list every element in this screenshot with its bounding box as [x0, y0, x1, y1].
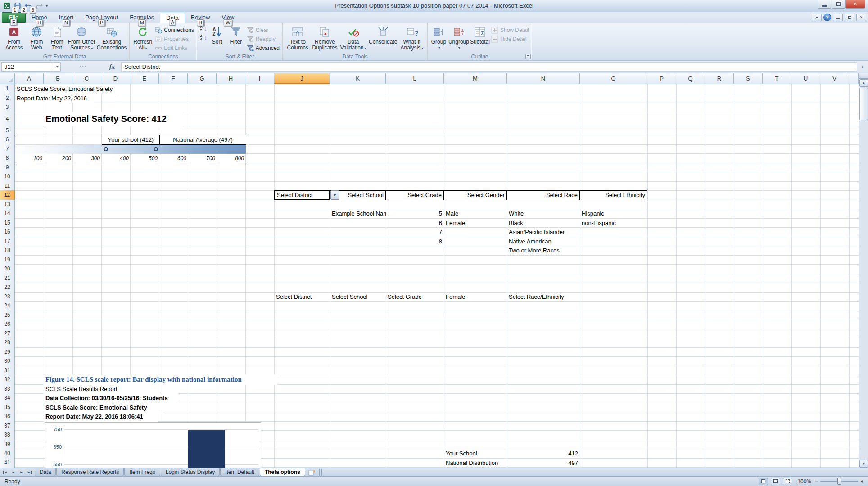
row-header-13[interactable]: 13	[0, 200, 15, 210]
row-header-11[interactable]: 11	[0, 181, 15, 191]
name-box-dropdown-icon[interactable]: ▾	[54, 63, 60, 71]
workbook-close-button[interactable]: ×	[856, 14, 866, 21]
sheet-tab-login-status-display[interactable]: Login Status Display	[161, 468, 220, 476]
row-header-19[interactable]: 19	[0, 255, 15, 265]
row-header-42[interactable]: 42	[0, 467, 15, 468]
insert-worksheet-button[interactable]: ✱	[306, 468, 317, 476]
page-break-view-button[interactable]	[783, 478, 792, 485]
cell-N40[interactable]: 412	[507, 449, 580, 459]
row-header-16[interactable]: 16	[0, 227, 15, 237]
cell-N14[interactable]: White	[507, 209, 580, 219]
row-header-36[interactable]: 36	[0, 412, 15, 422]
cell-N23[interactable]: Select Race/Ethnicity	[507, 292, 580, 302]
minimize-window-button[interactable]	[818, 0, 831, 9]
previous-sheet-button[interactable]: ◄	[9, 469, 17, 476]
row-header-2[interactable]: 2	[0, 94, 15, 104]
what-if-analysis-button[interactable]: ? What-If Analysis▾	[399, 24, 425, 51]
subtotal-button[interactable]: Σ Subtotal	[470, 24, 490, 45]
cell-N15[interactable]: Black	[507, 218, 580, 228]
cell-dropdown-button[interactable]: ▼	[330, 190, 339, 200]
data-validation-button[interactable]: Data Validation▾	[339, 24, 367, 51]
row-header-14[interactable]: 14	[0, 209, 15, 219]
sort-z-to-a-button[interactable]: ZA↓	[200, 34, 207, 41]
row-header-26[interactable]: 26	[0, 320, 15, 329]
cell-L16[interactable]: 7	[386, 227, 444, 237]
minimize-ribbon-button[interactable]	[812, 14, 822, 21]
column-header-L[interactable]: L	[386, 73, 444, 84]
column-header-K[interactable]: K	[330, 73, 386, 84]
name-box[interactable]: J12 ▾	[1, 62, 61, 72]
zoom-level-label[interactable]: 100%	[795, 478, 811, 485]
from-access-button[interactable]: A From Access	[2, 24, 26, 51]
row-header-17[interactable]: 17	[0, 237, 15, 247]
help-button[interactable]: ?	[823, 14, 831, 21]
tab-file[interactable]: File F	[2, 12, 26, 22]
row-header-9[interactable]: 9	[0, 163, 15, 173]
column-header-R[interactable]: R	[705, 73, 734, 84]
existing-connections-button[interactable]: Existing Connections	[96, 24, 127, 51]
properties-button[interactable]: Properties	[155, 35, 194, 43]
cell-M15[interactable]: Female	[444, 218, 507, 228]
row-header-18[interactable]: 18	[0, 246, 15, 256]
column-header-U[interactable]: U	[791, 73, 820, 84]
first-sheet-button[interactable]: ◄	[1, 469, 9, 476]
filter-button[interactable]: Filter	[226, 24, 245, 45]
workbook-minimize-button[interactable]	[833, 14, 843, 21]
from-web-button[interactable]: From Web	[27, 24, 46, 51]
zoom-in-button[interactable]: +	[860, 478, 864, 485]
row-header-6[interactable]: 6	[0, 135, 15, 145]
sheet-tab-theta-options[interactable]: Theta options	[260, 468, 305, 476]
cell-L15[interactable]: 6	[386, 218, 444, 228]
insert-function-button[interactable]: fx	[106, 63, 118, 71]
row-header-10[interactable]: 10	[0, 172, 15, 182]
page-layout-view-button[interactable]	[771, 478, 780, 485]
sheet-tab-data[interactable]: Data	[35, 468, 56, 476]
sheet-grid[interactable]: 750 650 550 SCLS Scale Score: Emotional …	[0, 73, 859, 468]
cell-N16[interactable]: Asian/Pacific Islander	[507, 227, 580, 237]
tab-home[interactable]: Home H	[26, 13, 53, 22]
tab-scroll-splitter[interactable]	[319, 469, 322, 476]
row-header-12[interactable]: 12	[0, 190, 15, 200]
reapply-filter-button[interactable]: Reapply	[247, 35, 280, 43]
close-window-button[interactable]: ×	[845, 0, 865, 9]
row-header-24[interactable]: 24	[0, 301, 15, 311]
show-detail-button[interactable]: Show Detail	[491, 26, 529, 34]
column-header-A[interactable]: A	[15, 73, 44, 84]
cell-O14[interactable]: Hispanic	[580, 209, 647, 219]
tab-data[interactable]: Data A	[160, 13, 185, 22]
row-header-25[interactable]: 25	[0, 310, 15, 320]
tab-view[interactable]: View W	[216, 13, 240, 22]
cell-L23[interactable]: Select Grade	[386, 292, 444, 302]
sheet-tab-response-rate-reports[interactable]: Response Rate Reports	[56, 468, 124, 476]
column-header-Q[interactable]: Q	[676, 73, 705, 84]
row-header-23[interactable]: 23	[0, 292, 15, 302]
ungroup-button[interactable]: Ungroup ▾	[448, 24, 469, 51]
tab-formulas[interactable]: Formulas M	[124, 13, 160, 22]
tab-page-layout[interactable]: Page Layout P	[79, 13, 124, 22]
zoom-slider-thumb[interactable]	[837, 478, 841, 485]
row-header-30[interactable]: 30	[0, 356, 15, 366]
cell-N41[interactable]: 497	[507, 458, 580, 468]
sheet-tab-item-freqs[interactable]: Item Freqs	[124, 468, 160, 476]
column-header-D[interactable]: D	[101, 73, 130, 84]
edit-links-button[interactable]: Edit Links	[155, 44, 194, 52]
row-header-15[interactable]: 15	[0, 218, 15, 228]
vertical-scroll-thumb[interactable]	[859, 88, 868, 120]
column-header-F[interactable]: F	[159, 73, 188, 84]
cell-B34[interactable]: Data Collection: 03/30/16-05/25/16: Stud…	[44, 393, 179, 403]
hide-detail-button[interactable]: Hide Detail	[491, 35, 529, 43]
cell-L17[interactable]: 8	[386, 237, 444, 247]
row-header-20[interactable]: 20	[0, 264, 15, 274]
row-header-27[interactable]: 27	[0, 329, 15, 339]
column-header-J[interactable]: J	[274, 73, 330, 84]
from-other-sources-button[interactable]: From Other Sources▾	[68, 24, 95, 51]
cell-O15[interactable]: non-Hispanic	[580, 218, 647, 228]
tab-review[interactable]: Review R	[185, 13, 216, 22]
column-header-T[interactable]: T	[763, 73, 791, 84]
column-header-O[interactable]: O	[580, 73, 647, 84]
cell-B33[interactable]: SCLS Scale Results Report	[44, 384, 134, 394]
row-header-22[interactable]: 22	[0, 283, 15, 292]
cell-M12[interactable]: Select Gender	[444, 190, 507, 200]
embedded-bar-chart[interactable]: 750 650 550	[45, 422, 261, 468]
row-header-29[interactable]: 29	[0, 347, 15, 357]
